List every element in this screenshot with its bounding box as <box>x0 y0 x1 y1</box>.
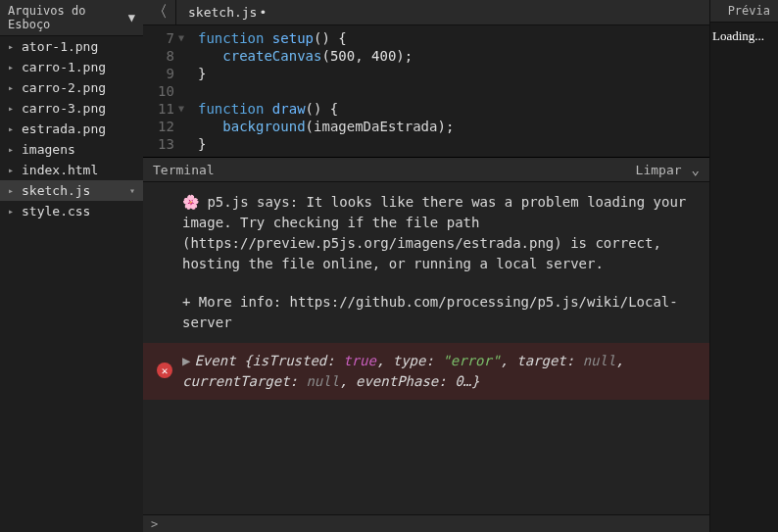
console-message: 🌸 p5.js says: It looks like there was a … <box>143 182 709 343</box>
console-text-1: p5.js says: It looks like there was a pr… <box>182 194 695 271</box>
back-button[interactable]: 〈 <box>143 0 176 25</box>
sidebar-item-style-css[interactable]: ▸style.css <box>0 201 143 221</box>
caret-right-icon: ▸ <box>8 206 16 217</box>
fold-icon[interactable]: ▼ <box>178 29 184 47</box>
line-number: 13 <box>143 135 184 153</box>
code-line[interactable]: background(imagemDaEstrada); <box>198 118 454 135</box>
file-sidebar: Arquivos do Esboço ▼ ▸ator-1.png▸carro-1… <box>0 0 143 532</box>
code-line[interactable]: } <box>198 65 454 82</box>
preview-title: Prévia <box>710 0 778 23</box>
error-icon: ✕ <box>157 363 172 378</box>
sidebar-header[interactable]: Arquivos do Esboço ▼ <box>0 0 143 36</box>
expand-triangle-icon[interactable]: ▶ <box>182 353 190 368</box>
terminal-body[interactable]: 🌸 p5.js says: It looks like there was a … <box>143 182 709 514</box>
file-label: estrada.png <box>22 121 106 136</box>
fold-icon[interactable]: ▼ <box>178 100 184 118</box>
sidebar-item-index-html[interactable]: ▸index.html <box>0 160 143 180</box>
file-label: carro-3.png <box>22 101 106 116</box>
code-editor[interactable]: 7▼8 9 10 11▼12 13 function setup() { cre… <box>143 25 709 157</box>
caret-right-icon: ▸ <box>8 82 16 93</box>
terminal-panel: Terminal Limpar ⌄ 🌸 p5.js says: It looks… <box>143 157 709 532</box>
dropdown-icon[interactable]: ▼ <box>128 11 135 24</box>
sidebar-item-sketch-js[interactable]: ▸sketch.js▾ <box>0 180 143 201</box>
file-label: carro-1.png <box>22 60 106 74</box>
clear-button[interactable]: Limpar <box>636 163 682 177</box>
chevron-down-icon[interactable]: ⌄ <box>692 162 700 177</box>
dirty-indicator-icon: • <box>259 5 267 20</box>
line-number: 11▼ <box>143 100 184 118</box>
sidebar-title: Arquivos do Esboço <box>8 4 128 31</box>
preview-panel: Prévia Loading... <box>709 0 778 532</box>
line-gutter: 7▼8 9 10 11▼12 13 <box>143 25 190 157</box>
line-number: 9 <box>143 65 184 82</box>
code-line[interactable]: createCanvas(500, 400); <box>198 47 454 65</box>
file-label: carro-2.png <box>22 80 106 95</box>
error-text: Event {isTrusted: true, type: "error", t… <box>182 353 624 389</box>
chevron-left-icon: 〈 <box>152 2 168 23</box>
file-label: imagens <box>22 142 75 157</box>
code-line[interactable]: function draw() { <box>198 100 454 118</box>
caret-right-icon: ▸ <box>8 62 16 73</box>
caret-right-icon: ▸ <box>8 185 16 196</box>
prompt-icon: > <box>151 517 158 531</box>
chevron-down-icon[interactable]: ▾ <box>129 185 135 196</box>
sidebar-item-carro-3-png[interactable]: ▸carro-3.png <box>0 98 143 119</box>
caret-right-icon: ▸ <box>8 41 16 52</box>
terminal-header: Terminal Limpar ⌄ <box>143 158 709 182</box>
caret-right-icon: ▸ <box>8 103 16 114</box>
file-label: ator-1.png <box>22 39 98 54</box>
tab-sketch-js[interactable]: sketch.js • <box>176 0 278 25</box>
sidebar-item-imagens[interactable]: ▸imagens <box>0 139 143 160</box>
sidebar-item-ator-1-png[interactable]: ▸ator-1.png <box>0 36 143 57</box>
flower-icon: 🌸 <box>182 194 199 210</box>
line-number: 12 <box>143 118 184 135</box>
file-label: sketch.js <box>22 183 90 198</box>
line-number: 10 <box>143 82 184 100</box>
line-number: 7▼ <box>143 29 184 47</box>
terminal-input-bar[interactable]: > <box>143 514 709 532</box>
preview-loading: Loading... <box>710 23 778 50</box>
code-line[interactable]: } <box>198 135 454 153</box>
console-text-2: + More info: https://github.com/processi… <box>182 292 696 333</box>
sidebar-item-carro-1-png[interactable]: ▸carro-1.png <box>0 57 143 77</box>
line-number: 8 <box>143 47 184 65</box>
file-label: index.html <box>22 163 98 177</box>
caret-right-icon: ▸ <box>8 123 16 134</box>
caret-right-icon: ▸ <box>8 144 16 155</box>
code-line[interactable] <box>198 82 454 100</box>
sidebar-item-estrada-png[interactable]: ▸estrada.png <box>0 119 143 139</box>
caret-right-icon: ▸ <box>8 165 16 175</box>
file-label: style.css <box>22 204 90 218</box>
terminal-title: Terminal <box>153 163 215 177</box>
sidebar-item-carro-2-png[interactable]: ▸carro-2.png <box>0 77 143 98</box>
code-content[interactable]: function setup() { createCanvas(500, 400… <box>190 25 462 157</box>
console-error[interactable]: ✕ ▶Event {isTrusted: true, type: "error"… <box>143 343 709 400</box>
tab-label: sketch.js <box>188 5 257 20</box>
code-line[interactable]: function setup() { <box>198 29 454 47</box>
tab-bar: 〈 sketch.js • <box>143 0 709 25</box>
